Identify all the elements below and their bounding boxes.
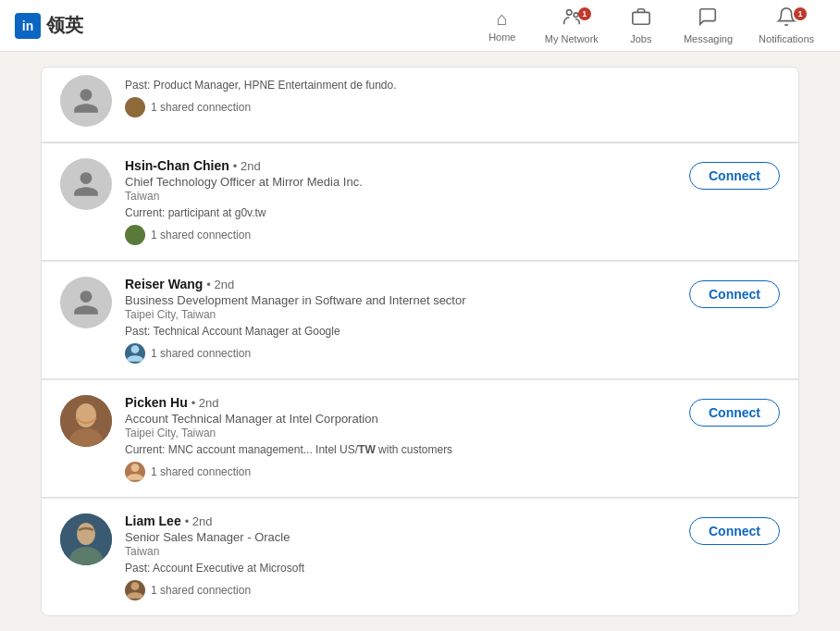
info-hsin-chan: Hsin-Chan Chien • 2nd Chief Technology O… [125, 158, 676, 245]
person-card-reiser: Reiser Wang • 2nd Business Development M… [41, 261, 799, 379]
nav-messaging[interactable]: Messaging [673, 0, 744, 52]
name-line-picken: Picken Hu • 2nd [125, 395, 676, 410]
conn-text-hsin-chan: 1 shared connection [151, 229, 251, 241]
current-reiser: Past: Technical Account Manager at Googl… [125, 325, 676, 338]
conn-text-liam: 1 shared connection [151, 584, 251, 597]
info-picken: Picken Hu • 2nd Account Technical Manage… [125, 395, 676, 482]
svg-point-0 [566, 10, 572, 16]
degree-liam: • 2nd [185, 514, 213, 528]
nav-network-label: My Network [545, 33, 599, 44]
connect-button-hsin-chan[interactable]: Connect [689, 162, 780, 190]
name-line-liam: Liam Lee • 2nd [125, 513, 676, 528]
nav-jobs[interactable]: Jobs [613, 0, 669, 52]
info-liam: Liam Lee • 2nd Senior Sales Manager - Or… [125, 513, 676, 600]
partial-conn-avatar [125, 97, 145, 118]
name-reiser: Reiser Wang [125, 277, 203, 291]
logo-text: 领英 [46, 13, 83, 38]
linkedin-icon: in [15, 13, 41, 39]
partial-past: Past: Product Manager, HPNE Entertainmen… [125, 79, 780, 92]
person-card-picken: Picken Hu • 2nd Account Technical Manage… [41, 379, 799, 498]
avatar-liam [60, 513, 112, 565]
current-liam: Past: Account Executive at Microsoft [125, 562, 676, 575]
title-reiser: Business Development Manager in Software… [125, 293, 676, 307]
conn-avatar-picken [125, 462, 145, 482]
notifications-badge: 1 [794, 7, 807, 20]
avatar-picken [60, 395, 112, 447]
network-badge: 1 [578, 7, 591, 20]
current-picken: Current: MNC account management... Intel… [125, 443, 676, 456]
degree-hsin-chan: • 2nd [233, 159, 261, 173]
navbar: in 领英 ⌂ Home 1 My Network Jobs [0, 0, 840, 52]
nav-notifications-label: Notifications [759, 33, 814, 44]
nav-notifications[interactable]: 1 Notifications [747, 0, 825, 52]
avatar-hsin-chan [60, 158, 112, 210]
svg-point-7 [77, 523, 95, 545]
nav-jobs-label: Jobs [630, 33, 651, 44]
logo[interactable]: in 领英 [15, 13, 83, 39]
info-reiser: Reiser Wang • 2nd Business Development M… [125, 277, 676, 364]
title-hsin-chan: Chief Technology Officer at Mirror Media… [125, 175, 676, 189]
partial-conn-text: 1 shared connection [151, 101, 251, 114]
home-icon: ⌂ [497, 8, 508, 30]
nav-messaging-label: Messaging [684, 33, 733, 44]
person-card-liam: Liam Lee • 2nd Senior Sales Manager - Or… [41, 498, 799, 616]
location-hsin-chan: Taiwan [125, 190, 676, 203]
nav-home[interactable]: ⌂ Home [475, 0, 530, 52]
people-list: Past: Product Manager, HPNE Entertainmen… [41, 52, 799, 631]
connection-reiser: 1 shared connection [125, 343, 676, 364]
location-liam: Taiwan [125, 545, 676, 558]
location-reiser: Taipei City, Taiwan [125, 308, 676, 321]
partial-info: Past: Product Manager, HPNE Entertainmen… [125, 75, 780, 118]
location-picken: Taipei City, Taiwan [125, 427, 676, 439]
title-liam: Senior Sales Manager - Oracle [125, 530, 676, 544]
svg-point-4 [76, 403, 96, 427]
connection-hsin-chan: 1 shared connection [125, 225, 676, 245]
conn-text-reiser: 1 shared connection [151, 347, 251, 360]
connect-button-picken[interactable]: Connect [689, 399, 780, 427]
jobs-icon [631, 6, 651, 31]
partial-card: Past: Product Manager, HPNE Entertainmen… [41, 67, 799, 142]
connect-button-liam[interactable]: Connect [689, 517, 780, 545]
name-line-hsin-chan: Hsin-Chan Chien • 2nd [125, 158, 676, 173]
conn-text-picken: 1 shared connection [151, 465, 251, 478]
connect-button-reiser[interactable]: Connect [689, 280, 780, 308]
name-line-reiser: Reiser Wang • 2nd [125, 277, 676, 291]
messaging-icon [698, 6, 718, 31]
conn-avatar-reiser [125, 343, 145, 364]
title-picken: Account Technical Manager at Intel Corpo… [125, 412, 676, 426]
degree-picken: • 2nd [191, 396, 219, 410]
partial-connection: 1 shared connection [125, 97, 780, 118]
avatar-reiser [60, 277, 112, 328]
name-picken: Picken Hu [125, 395, 188, 410]
partial-avatar [60, 75, 112, 127]
degree-reiser: • 2nd [206, 278, 234, 291]
connection-liam: 1 shared connection [125, 580, 676, 600]
name-hsin-chan: Hsin-Chan Chien [125, 158, 229, 173]
nav-my-network[interactable]: 1 My Network [534, 0, 610, 52]
conn-avatar-hsin-chan [125, 225, 145, 245]
connection-picken: 1 shared connection [125, 462, 676, 482]
current-hsin-chan: Current: participant at g0v.tw [125, 206, 676, 219]
person-card-hsin-chan: Hsin-Chan Chien • 2nd Chief Technology O… [41, 142, 799, 261]
nav-home-label: Home [488, 31, 515, 43]
name-liam: Liam Lee [125, 513, 181, 528]
svg-rect-2 [633, 12, 649, 24]
conn-avatar-liam [125, 580, 145, 600]
